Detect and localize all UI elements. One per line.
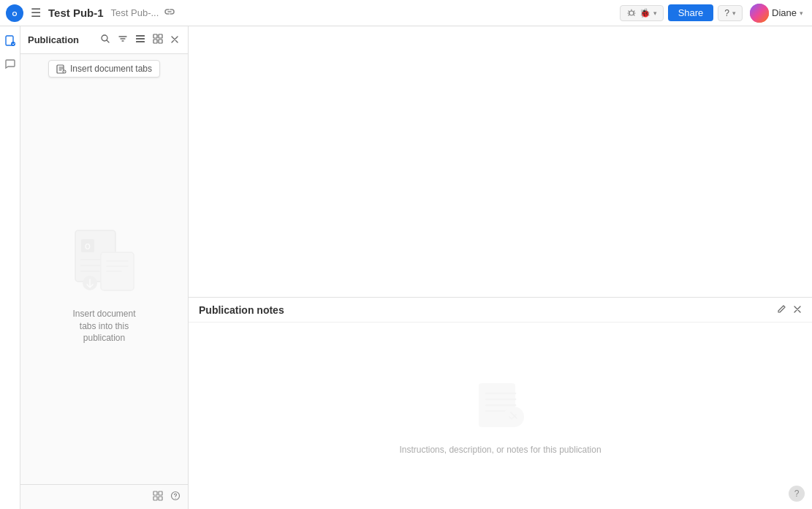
sidebar-empty-state: O Insert document tabs into this publica…: [20, 83, 188, 484]
bug-button[interactable]: 🐞 ▾: [620, 5, 664, 21]
svg-rect-25: [153, 497, 157, 500]
user-menu[interactable]: Diane ▾: [747, 2, 806, 24]
app-logo: O: [6, 4, 23, 22]
insert-btn-label: Insert document tabs: [70, 64, 152, 74]
document-canvas: [189, 26, 812, 297]
user-dropdown-chevron: ▾: [800, 10, 803, 17]
svg-rect-13: [159, 39, 162, 43]
icon-bar: [0, 26, 20, 509]
link-icon[interactable]: [163, 5, 176, 20]
svg-rect-10: [153, 34, 157, 38]
svg-text:O: O: [12, 10, 17, 18]
sidebar-empty-text: Insert document tabs into this publicati…: [72, 308, 135, 344]
username-label: Diane: [772, 7, 797, 18]
share-button[interactable]: Share: [668, 4, 714, 21]
sidebar-item-comments[interactable]: [1, 56, 19, 73]
sidebar-expand-icon[interactable]: [151, 32, 164, 48]
notes-empty-icon: [471, 377, 530, 436]
pub-notes-header: Publication notes: [189, 298, 812, 323]
sidebar-item-document[interactable]: [1, 32, 19, 50]
sidebar-header: Publication: [20, 26, 188, 54]
svg-rect-8: [136, 38, 145, 39]
empty-state-icon: O: [61, 223, 148, 296]
footer-grid-icon[interactable]: [151, 489, 164, 505]
sidebar-filter-icon[interactable]: [116, 32, 129, 48]
pub-notes-body: Instructions, description, or notes for …: [189, 323, 812, 509]
svg-point-2: [629, 11, 634, 15]
svg-rect-24: [159, 491, 162, 495]
sidebar: Publication: [20, 26, 189, 509]
svg-rect-7: [136, 35, 145, 37]
publication-notes-panel: Publication notes: [189, 297, 812, 509]
sidebar-list-icon[interactable]: [134, 32, 147, 48]
sidebar-title: Publication: [28, 34, 94, 45]
help-button[interactable]: ? ▾: [718, 5, 743, 21]
svg-rect-26: [159, 497, 162, 500]
svg-rect-9: [136, 41, 145, 42]
notes-empty-text: Instructions, description, or notes for …: [399, 445, 601, 455]
content-area: Publication notes: [189, 26, 812, 509]
help-dropdown-chevron: ▾: [732, 10, 736, 17]
footer-help-icon[interactable]: [169, 489, 182, 505]
avatar: [750, 4, 769, 23]
sidebar-insert-bar: Insert document tabs: [20, 54, 188, 83]
main-layout: Publication: [0, 26, 812, 509]
svg-rect-12: [153, 39, 157, 43]
svg-point-3: [750, 4, 769, 23]
svg-text:O: O: [85, 243, 91, 251]
svg-point-5: [11, 42, 15, 46]
pub-notes-edit-icon[interactable]: [777, 303, 787, 316]
hamburger-menu[interactable]: ☰: [28, 4, 44, 21]
pub-notes-title: Publication notes: [199, 304, 771, 316]
help-circle-button[interactable]: ?: [789, 486, 805, 502]
page-subtitle: Test Pub-...: [111, 7, 159, 18]
insert-document-tabs-button[interactable]: Insert document tabs: [48, 60, 160, 78]
svg-rect-11: [159, 34, 162, 38]
topbar-right: 🐞 ▾ Share ? ▾ D: [620, 2, 806, 24]
svg-rect-23: [153, 491, 157, 495]
sidebar-footer: [20, 484, 188, 509]
pub-notes-close-icon[interactable]: [793, 304, 802, 316]
sidebar-close-icon[interactable]: [169, 33, 181, 48]
topbar: O ☰ Test Pub-1 Test Pub-... 🐞 ▾ Share ? …: [0, 0, 812, 26]
bug-dropdown-chevron: ▾: [653, 10, 657, 17]
svg-point-28: [175, 498, 176, 499]
page-title: Test Pub-1: [48, 7, 104, 19]
sidebar-search-icon[interactable]: [99, 32, 112, 48]
